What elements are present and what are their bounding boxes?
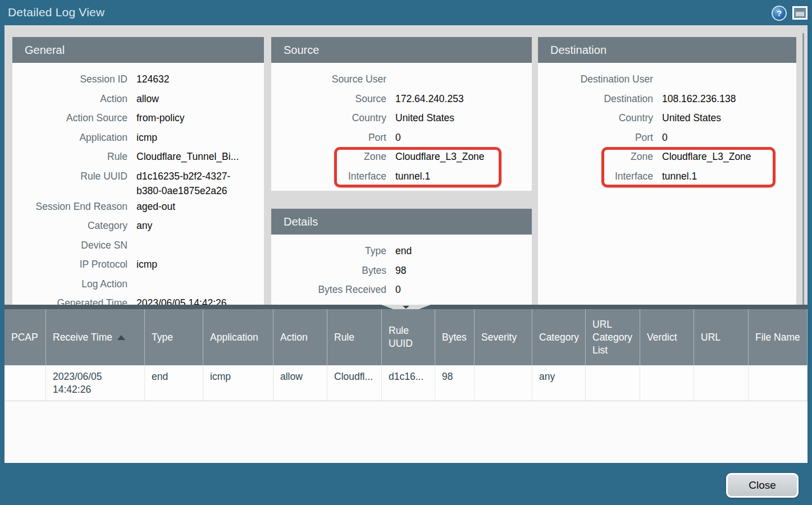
cell-file-name — [749, 365, 808, 401]
column-header-label: Application — [210, 331, 258, 344]
column-header-verdict[interactable]: Verdict — [640, 309, 694, 365]
cell-url — [694, 365, 749, 401]
panel-details-title: Details — [271, 209, 532, 235]
column-header-pcap[interactable]: PCAP — [4, 309, 46, 365]
panel-general-title: General — [12, 37, 264, 63]
page-title: Detailed Log View — [8, 6, 104, 19]
panel-details: Details TypeendBytes98Bytes Received0 — [271, 209, 532, 305]
column-header-label: Verdict — [647, 331, 677, 344]
cell-verdict — [640, 365, 694, 401]
field-row-destination: Destination108.162.236.138 — [538, 90, 796, 110]
cell-url-category-list — [586, 365, 640, 401]
panel-destination: Destination Destination UserDestination1… — [538, 37, 796, 305]
field-value: 124632 — [136, 71, 169, 86]
cell-rule: Cloudfl... — [327, 365, 382, 401]
column-header-receive-time[interactable]: Receive Time — [46, 309, 145, 365]
field-row-session-id: Session ID124632 — [12, 71, 264, 90]
field-row-source: Source172.64.240.253 — [271, 90, 532, 110]
field-value: icmp — [136, 256, 157, 272]
sort-ascending-icon — [117, 335, 125, 340]
field-value: 0 — [662, 129, 668, 145]
column-header-rule-uuid[interactable]: Rule UUID — [382, 309, 435, 365]
field-row-category: Categoryany — [12, 217, 264, 237]
panel-source: Source Source UserSource172.64.240.253Co… — [271, 37, 532, 191]
cell-type: end — [145, 365, 203, 401]
field-label: Source — [271, 90, 386, 106]
panel-general: General Session ID124632ActionallowActio… — [12, 37, 264, 305]
column-header-url-category-list[interactable]: URL Category List — [586, 309, 640, 365]
field-label: Port — [538, 129, 653, 145]
field-label: Action — [12, 90, 127, 106]
field-row-source-user: Source User — [271, 71, 532, 90]
panel-source-title: Source — [271, 37, 532, 63]
close-button[interactable]: Close — [726, 473, 799, 498]
splitter-bar[interactable] — [4, 305, 808, 309]
cell-application: icmp — [203, 365, 273, 401]
field-label: Session ID — [12, 71, 127, 86]
field-label: Destination User — [538, 71, 653, 86]
title-bar: Detailed Log View ? — [0, 0, 812, 25]
field-label: Destination — [538, 90, 653, 106]
field-row-action: Actionallow — [12, 90, 264, 110]
panel-general-rows: Session ID124632ActionallowAction Source… — [12, 63, 264, 305]
content-scrollbar[interactable] — [802, 33, 804, 305]
column-header-bytes[interactable]: Bytes — [435, 309, 475, 365]
field-label: Device SN — [12, 237, 127, 252]
column-header-application[interactable]: Application — [203, 309, 273, 365]
help-icon[interactable]: ? — [772, 6, 787, 21]
field-value: icmp — [136, 129, 157, 145]
field-row-generated-time: Generated Time2023/06/05 14:42:26 — [12, 295, 264, 305]
field-value: d1c16235-b2f2-4327- b380-0ae1875e2a26 — [136, 168, 230, 198]
column-header-type[interactable]: Type — [145, 309, 203, 365]
field-value: from-policy — [136, 109, 185, 125]
column-header-label: Severity — [481, 331, 517, 344]
field-label: Port — [271, 129, 386, 145]
field-row-rule-uuid: Rule UUIDd1c16235-b2f2-4327- b380-0ae187… — [12, 168, 264, 198]
column-header-rule[interactable]: Rule — [327, 309, 382, 365]
column-header-label: Type — [152, 331, 173, 344]
field-label: Category — [12, 217, 127, 233]
table-header-row: PCAPReceive TimeTypeApplicationActionRul… — [4, 309, 808, 365]
log-detail-content: General Session ID124632ActionallowActio… — [4, 25, 808, 305]
column-header-file-name[interactable]: File Name — [749, 309, 808, 365]
column-header-category[interactable]: Category — [532, 309, 586, 365]
log-entries-table: PCAPReceive TimeTypeApplicationActionRul… — [4, 309, 808, 463]
table-body: 2023/06/05 14:42:26endicmpallowCloudfl..… — [4, 365, 808, 401]
field-value: any — [136, 217, 152, 233]
field-row-ip-protocol: IP Protocolicmp — [12, 256, 264, 276]
field-label: Application — [12, 129, 127, 145]
field-row-application: Applicationicmp — [12, 129, 264, 149]
field-value: aged-out — [136, 198, 175, 214]
field-row-action-source: Action Sourcefrom-policy — [12, 109, 264, 129]
field-label: IP Protocol — [12, 256, 127, 272]
column-header-label: Category — [539, 331, 579, 344]
field-row-bytes-received: Bytes Received0 — [271, 281, 532, 301]
field-row-country: CountryUnited States — [538, 109, 796, 129]
field-value: United States — [395, 109, 454, 125]
field-value: 98 — [395, 262, 406, 278]
splitter-handle[interactable] — [381, 305, 431, 309]
field-value: end — [395, 242, 412, 258]
column-header-url[interactable]: URL — [694, 309, 749, 365]
column-header-severity[interactable]: Severity — [475, 309, 532, 365]
field-label: Session End Reason — [12, 198, 127, 214]
window-pane-glyph — [796, 12, 804, 16]
field-label: Bytes Received — [271, 281, 386, 297]
panel-details-rows: TypeendBytes98Bytes Received0 — [271, 235, 532, 305]
column-header-label: Rule — [334, 331, 354, 344]
column-header-action[interactable]: Action — [273, 309, 327, 365]
window-restore-icon[interactable] — [792, 6, 808, 20]
field-label: Bytes — [271, 262, 386, 278]
field-label: Rule UUID — [12, 168, 127, 183]
table-row[interactable]: 2023/06/05 14:42:26endicmpallowCloudfl..… — [4, 365, 808, 401]
field-row-rule: RuleCloudflare_Tunnel_Bi... — [12, 148, 264, 168]
field-label: Country — [538, 109, 653, 125]
field-row-port: Port0 — [271, 129, 532, 149]
cell-category: any — [532, 365, 586, 401]
field-label: Rule — [12, 148, 127, 164]
field-value: United States — [662, 109, 721, 125]
column-header-label: Receive Time — [53, 331, 112, 344]
field-row-port: Port0 — [538, 129, 796, 149]
cell-severity — [475, 365, 532, 401]
column-header-label: File Name — [755, 331, 800, 344]
